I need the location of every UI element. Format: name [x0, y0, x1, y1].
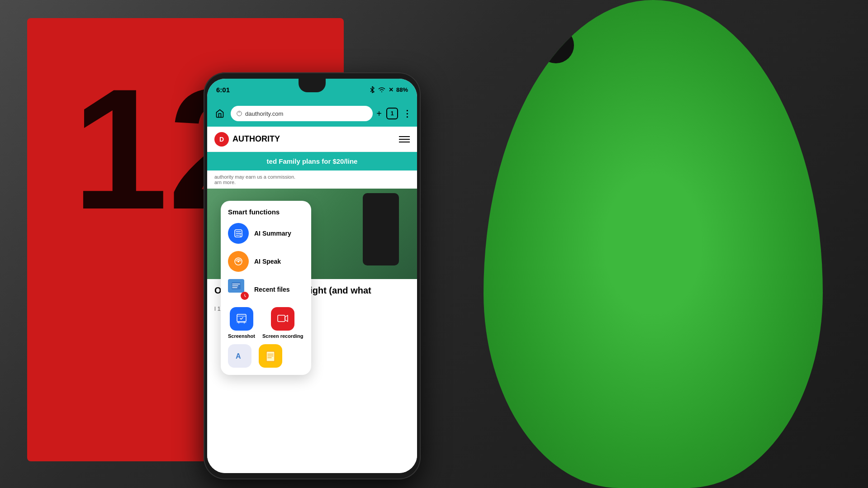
smart-functions-popup: Smart functions AI Summary	[221, 201, 311, 375]
ai-summary-icon	[228, 223, 249, 244]
ai-speak-item[interactable]: AI Speak	[228, 251, 304, 272]
screenshot-item[interactable]: Screenshot	[228, 307, 255, 339]
recent-files-label: Recent files	[254, 286, 290, 293]
notes-item[interactable]	[259, 344, 282, 368]
wifi-icon	[378, 86, 386, 93]
recent-files-icon	[228, 279, 249, 300]
screen-recording-icon	[271, 307, 294, 331]
ai-speak-icon	[228, 251, 249, 272]
browser-bar: dauthority.com + 1 ⋮	[207, 100, 417, 127]
phone-body: 6:01 ✕ 88%	[204, 72, 421, 479]
svg-rect-8	[278, 315, 285, 322]
svg-point-4	[237, 261, 239, 262]
status-time: 6:01	[216, 86, 230, 94]
article-phone-image	[363, 193, 399, 265]
site-logo: D AUTHORITY	[214, 132, 280, 147]
screen-recording-item[interactable]: Screen recording	[262, 307, 303, 339]
svg-point-2	[240, 234, 242, 237]
popup-extra-row: A	[228, 344, 304, 368]
site-header: D AUTHORITY	[207, 127, 417, 152]
popup-title: Smart functions	[228, 208, 304, 216]
battery-x-icon: ✕	[389, 86, 394, 93]
site-banner: ted Family plans for $20/line	[207, 152, 417, 171]
tab-count-badge[interactable]: 1	[386, 108, 398, 119]
screenshot-icon	[230, 307, 253, 331]
bluetooth-icon	[370, 86, 375, 93]
screen-recording-label: Screen recording	[262, 333, 303, 339]
battery-percent: 88%	[396, 86, 408, 93]
url-bar[interactable]: dauthority.com	[231, 106, 373, 121]
svg-text:A: A	[236, 352, 241, 360]
ai-summary-item[interactable]: AI Summary	[228, 223, 304, 244]
camera-notch	[299, 79, 326, 92]
svg-rect-7	[237, 314, 246, 322]
hamburger-menu[interactable]	[399, 136, 410, 142]
phone-screen: 6:01 ✕ 88%	[207, 79, 417, 473]
menu-dots-button[interactable]: ⋮	[403, 108, 412, 119]
site-logo-icon: D	[214, 132, 229, 147]
translate-item[interactable]: A	[228, 344, 251, 368]
site-disclaimer: authority may earn us a commission. arn …	[207, 171, 417, 189]
svg-rect-10	[266, 351, 275, 361]
refresh-icon	[236, 110, 242, 117]
ai-summary-label: AI Summary	[254, 230, 291, 237]
home-button[interactable]	[213, 106, 227, 121]
ai-speak-label: AI Speak	[254, 258, 281, 265]
add-tab-button[interactable]: +	[376, 109, 382, 119]
recent-files-item[interactable]: Recent files	[228, 279, 304, 300]
browser-actions: + 1 ⋮	[376, 108, 412, 119]
popup-bottom-row: Screenshot Screen recording	[228, 307, 304, 339]
status-icons: ✕ 88%	[370, 86, 408, 93]
site-logo-text: AUTHORITY	[232, 134, 280, 144]
screenshot-label: Screenshot	[228, 333, 255, 339]
phone-container: 6:01 ✕ 88%	[204, 72, 421, 479]
url-text: dauthority.com	[245, 110, 283, 117]
